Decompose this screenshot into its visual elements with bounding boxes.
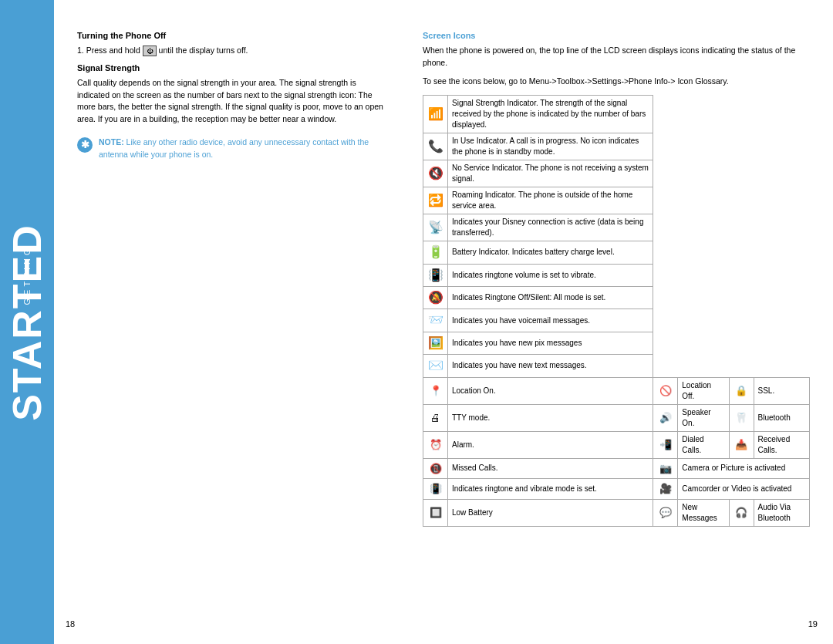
desc-cell: Audio Via Bluetooth: [754, 499, 810, 526]
signal-title: Signal Strength: [77, 63, 384, 72]
desc-cell: Received Calls.: [754, 431, 810, 458]
icon-cell: ⏰: [423, 431, 448, 458]
icon-cell: 📡: [423, 214, 448, 241]
turning-off-title: Turning the Phone Off: [77, 31, 384, 40]
page-number-left: 18: [66, 619, 75, 629]
icon-cell: 🔇: [423, 160, 448, 187]
table-row: 🔇 No Service Indicator. The phone is not…: [423, 160, 810, 187]
table-row: 📍 Location On. 🚫 Location Off. 🔒 SSL.: [423, 377, 810, 404]
signal-text: Call quality depends on the signal stren…: [77, 77, 384, 126]
table-row: 📨 Indicates you have voicemail messages.: [423, 309, 810, 332]
icon-cell: 🔕: [423, 287, 448, 309]
table-row: 🔋 Battery Indicator. Indicates battery c…: [423, 241, 810, 264]
icon-cell: 📳: [423, 264, 448, 286]
table-row: ⏰ Alarm. 📲 Dialed Calls. 📥 Received Call…: [423, 431, 810, 458]
table-row: 🖨 TTY mode. 🔊 Speaker On. 🦷 Bluetooth: [423, 404, 810, 431]
page-number-right: 19: [808, 619, 818, 629]
table-row: 🖼️ Indicates you have new pix messages: [423, 332, 810, 354]
note-text: NOTE: Like any other radio device, avoid…: [99, 137, 384, 161]
left-column: Turning the Phone Off 1. Press and hold …: [77, 31, 400, 629]
icon-cell: 📥: [729, 431, 754, 458]
table-row: 🔕 Indicates Ringtone Off/Silent: All mod…: [423, 287, 810, 309]
table-row: ✉️ Indicates you have new text messages.: [423, 355, 810, 377]
desc-cell: Low Battery: [448, 499, 653, 526]
table-row: 🔁 Roaming Indicator. The phone is outsid…: [423, 187, 810, 214]
desc-cell: Indicates you have new text messages.: [448, 355, 653, 377]
desc-cell: Indicates ringtone and vibrate mode is s…: [448, 479, 653, 500]
table-row: 🔲 Low Battery 💬 New Messages 🎧 Audio Via…: [423, 499, 810, 526]
icon-cell: 📷: [653, 458, 678, 479]
table-row: 📡 Indicates your Disney connection is ac…: [423, 214, 810, 241]
desc-cell: Indicates ringtone volume is set to vibr…: [448, 264, 653, 286]
screen-icons-para1: When the phone is powered on, the top li…: [423, 45, 810, 69]
icons-table: 📶 Signal Strength Indicator. The strengt…: [423, 95, 810, 527]
note-box: ✱ NOTE: Like any other radio device, avo…: [77, 137, 384, 161]
note-label: NOTE:: [99, 137, 124, 147]
screen-icons-para2: To see the icons below, go to Menu->Tool…: [423, 76, 810, 88]
icon-cell: 📍: [423, 377, 448, 404]
table-row: 📳 Indicates ringtone volume is set to vi…: [423, 264, 810, 286]
desc-cell: Indicates you have voicemail messages.: [448, 309, 653, 332]
desc-cell: Roaming Indicator. The phone is outside …: [448, 187, 653, 214]
desc-cell: Location On.: [448, 377, 653, 404]
desc-cell: No Service Indicator. The phone is not r…: [448, 160, 653, 187]
desc-cell: Dialed Calls.: [678, 431, 729, 458]
table-row: 📶 Signal Strength Indicator. The strengt…: [423, 96, 810, 133]
icon-cell: 📞: [423, 133, 448, 160]
icon-cell: 🦷: [729, 404, 754, 431]
desc-cell: Missed Calls.: [448, 458, 653, 479]
desc-cell: Indicates your Disney connection is acti…: [448, 214, 653, 241]
main-content: Turning the Phone Off 1. Press and hold …: [54, 0, 833, 644]
icon-cell: 🔁: [423, 187, 448, 214]
turning-off-text: 1. Press and hold ⏻ until the display tu…: [77, 45, 384, 57]
desc-cell: SSL.: [754, 377, 810, 404]
right-column: Screen Icons When the phone is powered o…: [423, 31, 810, 629]
icon-cell: 🔊: [653, 404, 678, 431]
icon-cell: 📶: [423, 96, 448, 133]
note-icon: ✱: [77, 137, 93, 153]
desc-cell: Camera or Picture is activated: [678, 458, 810, 479]
desc-cell: In Use Indicator. A call is in progress.…: [448, 133, 653, 160]
desc-cell: Alarm.: [448, 431, 653, 458]
desc-cell: Battery Indicator. Indicates battery cha…: [448, 241, 653, 264]
icon-cell: 🖼️: [423, 332, 448, 354]
icon-cell: 🔲: [423, 499, 448, 526]
icon-cell: 📳: [423, 479, 448, 500]
icon-cell: 🚫: [653, 377, 678, 404]
power-icon: ⏻: [143, 46, 157, 56]
icon-cell: 📵: [423, 458, 448, 479]
icon-cell: 📨: [423, 309, 448, 332]
icon-cell: 🖨: [423, 404, 448, 431]
icon-cell: 💬: [653, 499, 678, 526]
table-row: 📵 Missed Calls. 📷 Camera or Picture is a…: [423, 458, 810, 479]
desc-cell: Speaker On.: [678, 404, 729, 431]
icon-cell: 📲: [653, 431, 678, 458]
desc-cell: TTY mode.: [448, 404, 653, 431]
desc-cell: Location Off.: [678, 377, 729, 404]
icon-cell: 🔋: [423, 241, 448, 264]
screen-icons-title: Screen Icons: [423, 31, 810, 40]
table-row: 📞 In Use Indicator. A call is in progres…: [423, 133, 810, 160]
icon-cell: 🔒: [729, 377, 754, 404]
desc-cell: New Messages: [678, 499, 729, 526]
table-row: 📳 Indicates ringtone and vibrate mode is…: [423, 479, 810, 500]
desc-cell: Indicates you have new pix messages: [448, 332, 653, 354]
icon-cell: ✉️: [423, 355, 448, 377]
icon-cell: 🎧: [729, 499, 754, 526]
desc-cell: Indicates Ringtone Off/Silent: All mode …: [448, 287, 653, 309]
sidebar-sub-text: GETTING: [22, 245, 32, 305]
desc-cell: Bluetooth: [754, 404, 810, 431]
desc-cell: Signal Strength Indicator. The strength …: [448, 96, 653, 133]
icon-cell: 🎥: [653, 479, 678, 500]
desc-cell: Camcorder or Video is activated: [678, 479, 810, 500]
sidebar: STARTED GETTING: [0, 0, 54, 644]
